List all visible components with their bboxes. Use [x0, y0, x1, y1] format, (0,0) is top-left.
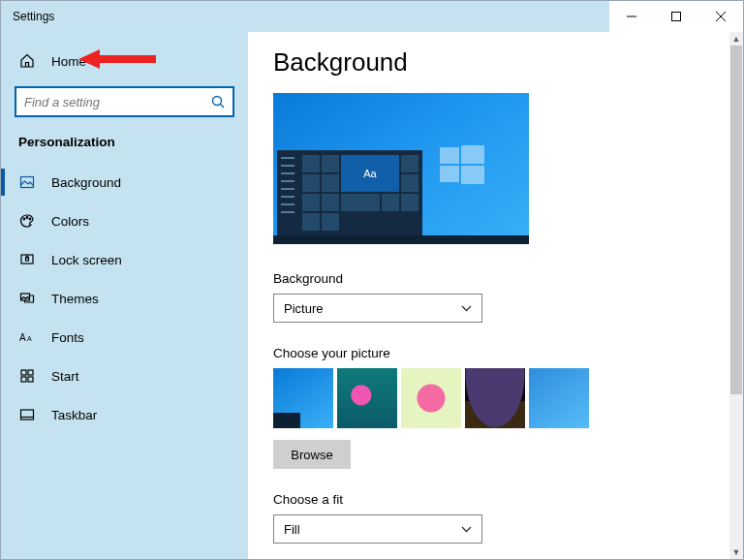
svg-rect-25 [461, 166, 484, 184]
svg-rect-24 [440, 166, 459, 182]
picture-thumbnails [273, 368, 718, 428]
picture-thumb[interactable] [465, 368, 525, 428]
background-label: Background [273, 271, 718, 286]
window-controls [609, 1, 743, 32]
chevron-down-icon [461, 305, 472, 312]
sidebar-item-themes[interactable]: Themes [1, 279, 248, 318]
desktop-preview: Aa [273, 93, 529, 244]
section-heading: Personalization [1, 135, 248, 163]
sidebar-item-label: Start [51, 369, 79, 384]
taskbar-icon [18, 407, 36, 422]
sidebar-item-lockscreen[interactable]: Lock screen [1, 240, 248, 279]
page-title: Background [273, 47, 718, 78]
search-box[interactable] [15, 86, 234, 117]
nav-list: Background Colors Lock screen Themes AA … [1, 163, 248, 434]
maximize-button[interactable] [654, 1, 698, 32]
picture-thumb[interactable] [273, 368, 333, 428]
browse-button[interactable]: Browse [273, 440, 351, 469]
sidebar: Home Personalization Background Colors L… [1, 32, 248, 559]
sidebar-item-taskbar[interactable]: Taskbar [1, 395, 248, 434]
preview-tile-aa: Aa [341, 155, 399, 192]
svg-point-4 [213, 97, 222, 106]
close-button[interactable] [698, 1, 743, 32]
start-icon [18, 368, 36, 384]
window-title: Settings [1, 10, 54, 23]
sidebar-item-fonts[interactable]: AA Fonts [1, 318, 248, 357]
scroll-up-icon[interactable]: ▲ [729, 32, 743, 46]
minimize-button[interactable] [609, 1, 654, 32]
choose-fit-label: Choose a fit [273, 492, 718, 507]
fonts-icon: AA [18, 330, 36, 344]
svg-rect-19 [21, 410, 34, 420]
home-icon [18, 53, 36, 69]
titlebar: Settings [1, 1, 743, 32]
svg-text:A: A [19, 332, 26, 343]
chevron-down-icon [461, 526, 472, 533]
sidebar-item-background[interactable]: Background [1, 163, 248, 202]
themes-icon [18, 291, 36, 306]
sidebar-item-start[interactable]: Start [1, 357, 248, 395]
lock-icon [18, 252, 36, 267]
search-input[interactable] [24, 95, 211, 109]
home-nav[interactable]: Home [1, 44, 248, 78]
preview-startmenu: Aa [277, 150, 422, 235]
picture-icon [18, 174, 36, 190]
picture-thumb[interactable] [529, 368, 589, 428]
svg-point-8 [26, 217, 28, 219]
windows-logo-icon [440, 143, 484, 188]
sidebar-item-label: Lock screen [51, 253, 122, 267]
sidebar-item-label: Colors [51, 214, 89, 229]
svg-rect-16 [28, 370, 33, 375]
preview-taskbar [273, 235, 529, 244]
svg-rect-17 [21, 377, 26, 382]
svg-rect-23 [461, 145, 484, 164]
scrollbar-thumb[interactable] [730, 46, 742, 394]
svg-rect-11 [26, 258, 29, 261]
svg-rect-15 [21, 370, 26, 375]
background-value: Picture [284, 301, 323, 316]
sidebar-item-label: Fonts [51, 330, 84, 345]
svg-point-7 [23, 218, 25, 220]
svg-rect-1 [672, 13, 681, 21]
search-icon [211, 95, 225, 109]
svg-rect-6 [21, 177, 34, 188]
scrollbar[interactable]: ▲ ▼ [729, 32, 743, 559]
picture-thumb[interactable] [337, 368, 397, 428]
svg-rect-18 [28, 377, 33, 382]
background-dropdown[interactable]: Picture [273, 294, 482, 323]
svg-line-5 [221, 105, 225, 109]
svg-text:A: A [27, 335, 32, 342]
main-content: Background Aa Background Picture Choose … [248, 32, 743, 559]
sidebar-item-label: Background [51, 175, 121, 190]
sidebar-item-label: Taskbar [51, 408, 97, 422]
sidebar-item-label: Themes [51, 292, 99, 306]
palette-icon [18, 213, 36, 229]
fit-dropdown[interactable]: Fill [273, 514, 482, 544]
sidebar-item-colors[interactable]: Colors [1, 202, 248, 240]
choose-picture-label: Choose your picture [273, 346, 718, 360]
svg-rect-22 [440, 147, 459, 164]
fit-value: Fill [284, 522, 300, 537]
home-label: Home [51, 54, 86, 69]
scroll-down-icon[interactable]: ▼ [729, 545, 743, 559]
svg-point-9 [29, 218, 31, 220]
picture-thumb[interactable] [401, 368, 461, 428]
